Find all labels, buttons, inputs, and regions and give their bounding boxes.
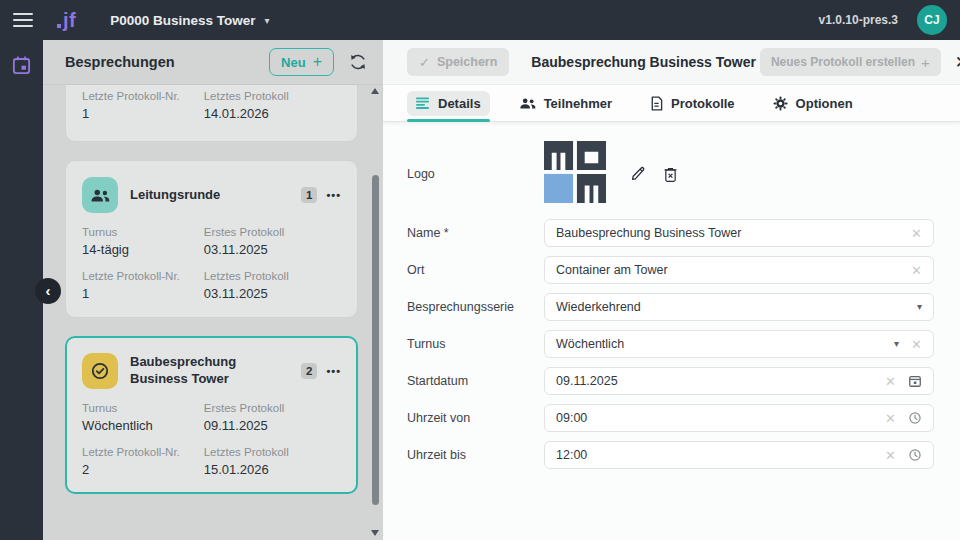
- field-value: 2: [82, 462, 204, 477]
- meetings-list: Letzte Protokoll-Nr. 1 Letztes Protokoll…: [43, 85, 383, 540]
- people-icon: [82, 177, 118, 213]
- field-label: Letzte Protokoll-Nr.: [82, 446, 204, 458]
- save-button[interactable]: ✓ Speichern: [407, 48, 509, 76]
- card-field: Erstes Protokoll 03.11.2025: [204, 226, 341, 257]
- field-label: Erstes Protokoll: [204, 226, 341, 238]
- ort-input[interactable]: Container am Tower ✕: [544, 256, 934, 284]
- card-title: Baubesprechung Business Tower: [130, 354, 291, 388]
- besprechungsserie-select[interactable]: Wiederkehrend ▾: [544, 293, 934, 321]
- refresh-button[interactable]: [347, 53, 369, 71]
- field-label: Turnus: [82, 402, 204, 414]
- field-label: Uhrzeit von: [407, 411, 544, 425]
- tab-details[interactable]: Details: [407, 91, 490, 116]
- clear-icon[interactable]: ✕: [885, 412, 896, 425]
- plus-icon: +: [313, 53, 322, 71]
- project-selector[interactable]: P0000 Business Tower ▾: [110, 13, 269, 28]
- card-field: Erstes Protokoll 09.11.2025: [204, 402, 341, 433]
- uhrzeit-von-input[interactable]: 09:00 ✕: [544, 404, 934, 432]
- card-field: Letzte Protokoll-Nr. 1: [82, 270, 204, 301]
- menu-icon[interactable]: [13, 13, 33, 27]
- form-row-turnus: Turnus Wöchentlich ▾ ✕: [407, 330, 936, 358]
- turnus-select[interactable]: Wöchentlich ▾ ✕: [544, 330, 934, 358]
- card-menu-button[interactable]: •••: [326, 189, 341, 201]
- tab-protokolle[interactable]: Protokolle: [641, 91, 744, 116]
- card-field: Turnus 14-tägig: [82, 226, 204, 257]
- meeting-card-leitungsrunde[interactable]: Leitungsrunde 1 ••• Turnus 14-tägig Erst…: [65, 160, 358, 318]
- card-title: Leitungsrunde: [130, 187, 291, 204]
- scroll-down-arrow[interactable]: [371, 530, 379, 536]
- edit-logo-icon[interactable]: [630, 166, 646, 182]
- field-value: 1: [82, 286, 204, 301]
- name-input[interactable]: Baubesprechung Business Tower ✕: [544, 219, 934, 247]
- user-avatar[interactable]: CJ: [917, 5, 947, 35]
- clear-icon[interactable]: ✕: [885, 375, 896, 388]
- meeting-card-partial[interactable]: Letzte Protokoll-Nr. 1 Letztes Protokoll…: [65, 85, 358, 142]
- calendar-icon[interactable]: [11, 55, 33, 76]
- plus-icon: +: [921, 54, 930, 71]
- tab-optionen[interactable]: Optionen: [764, 91, 862, 116]
- field-label: Letztes Protokoll: [204, 270, 341, 282]
- uhrzeit-bis-input[interactable]: 12:00 ✕: [544, 441, 934, 469]
- collapse-panel-button[interactable]: ‹: [35, 278, 61, 304]
- card-field: Letztes Protokoll 14.01.2026: [204, 90, 341, 121]
- form-row-uhrzeit-von: Uhrzeit von 09:00 ✕: [407, 404, 936, 432]
- field-label: Uhrzeit bis: [407, 448, 544, 462]
- startdatum-input[interactable]: 09.11.2025 ✕: [544, 367, 934, 395]
- app-logo: jf: [63, 9, 76, 32]
- top-app-bar: jf P0000 Business Tower ▾ v1.0.10-pres.3…: [0, 0, 960, 40]
- caret-down-icon[interactable]: ▾: [894, 339, 899, 349]
- scroll-up-arrow[interactable]: [371, 88, 379, 94]
- form-row-uhrzeit-bis: Uhrzeit bis 12:00 ✕: [407, 441, 936, 469]
- form-row-besprechungsserie: Besprechungsserie Wiederkehrend ▾: [407, 293, 936, 321]
- card-field: Letzte Protokoll-Nr. 1: [82, 90, 204, 121]
- new-meeting-button[interactable]: Neu +: [269, 48, 334, 76]
- meeting-detail-panel: ✓ Speichern Baubesprechung Business Towe…: [383, 40, 960, 540]
- clock-icon[interactable]: [908, 411, 922, 425]
- version-label: v1.0.10-pres.3: [819, 13, 898, 27]
- card-field: Letzte Protokoll-Nr. 2: [82, 446, 204, 477]
- field-label: Name *: [407, 226, 544, 240]
- card-menu-button[interactable]: •••: [326, 365, 341, 377]
- detail-header: ✓ Speichern Baubesprechung Business Towe…: [383, 40, 960, 85]
- close-button[interactable]: ✕: [955, 52, 960, 73]
- delete-logo-icon[interactable]: [663, 166, 678, 183]
- clock-icon[interactable]: [908, 448, 922, 462]
- detail-tabs: Details Teilnehmer: [383, 85, 960, 122]
- gear-icon: [773, 96, 788, 111]
- field-label: Letzte Protokoll-Nr.: [82, 90, 204, 102]
- meeting-card-baubesprechung[interactable]: Baubesprechung Business Tower 2 ••• Turn…: [65, 336, 358, 494]
- field-value: 03.11.2025: [204, 286, 341, 301]
- people-icon: [519, 97, 536, 110]
- card-field: Letztes Protokoll 15.01.2026: [204, 446, 341, 477]
- field-value: 14-tägig: [82, 242, 204, 257]
- list-scrollbar[interactable]: [369, 88, 381, 536]
- meetings-list-panel: Besprechungen Neu +: [43, 40, 383, 540]
- field-label: Turnus: [407, 337, 544, 351]
- tab-teilnehmer[interactable]: Teilnehmer: [510, 91, 621, 116]
- check-circle-icon: [82, 353, 118, 389]
- form-row-ort: Ort Container am Tower ✕: [407, 256, 936, 284]
- field-label: Startdatum: [407, 374, 544, 388]
- field-value: 14.01.2026: [204, 106, 341, 121]
- clear-icon[interactable]: ✕: [911, 264, 922, 277]
- field-label: Erstes Protokoll: [204, 402, 341, 414]
- details-icon: [416, 97, 430, 110]
- field-label: Turnus: [82, 226, 204, 238]
- field-value: 03.11.2025: [204, 242, 341, 257]
- create-protocol-button[interactable]: Neues Protokoll erstellen +: [760, 48, 941, 76]
- calendar-icon[interactable]: [908, 374, 922, 388]
- field-label: Besprechungsserie: [407, 300, 544, 314]
- clear-icon[interactable]: ✕: [911, 227, 922, 240]
- scrollbar-thumb[interactable]: [372, 175, 379, 505]
- form-row-logo: Logo: [407, 143, 936, 205]
- field-label: Letztes Protokoll: [204, 90, 341, 102]
- meeting-logo-image: [544, 141, 606, 207]
- caret-down-icon[interactable]: ▾: [917, 302, 922, 312]
- detail-title: Baubesprechung Business Tower: [531, 54, 756, 70]
- clear-icon[interactable]: ✕: [911, 338, 922, 351]
- protocol-count-badge: 2: [301, 363, 317, 379]
- field-value: Wöchentlich: [82, 418, 204, 433]
- project-name: P0000 Business Tower: [110, 13, 255, 28]
- clear-icon[interactable]: ✕: [885, 449, 896, 462]
- card-field: Turnus Wöchentlich: [82, 402, 204, 433]
